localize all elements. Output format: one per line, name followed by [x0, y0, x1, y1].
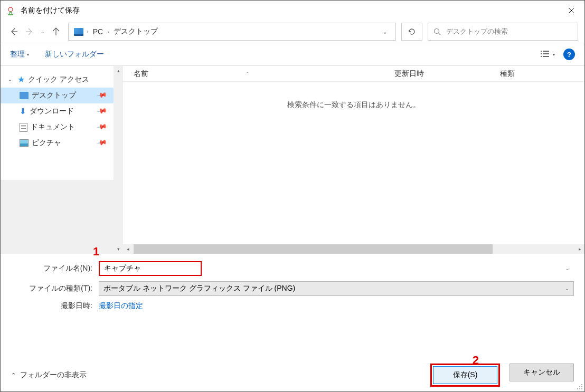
monitor-icon — [74, 28, 83, 36]
form-section: 1 ファイル名(N): ⌄ ファイルの種類(T): ポータブル ネットワーク グ… — [1, 254, 584, 311]
filetype-select[interactable]: ポータブル ネットワーク グラフィックス ファイル (PNG) ⌄ — [99, 281, 574, 296]
forward-button[interactable] — [23, 25, 36, 39]
search-input[interactable]: デスクトップの検索 — [428, 23, 578, 41]
chevron-down-icon[interactable]: ⌄ — [565, 266, 570, 271]
scroll-down-icon[interactable]: ▾ — [114, 244, 123, 254]
pin-icon: 📌 — [97, 89, 110, 102]
chevron-right-icon[interactable]: › — [87, 28, 89, 35]
folder-toggle-button[interactable]: ⌃ フォルダーの非表示 — [11, 370, 87, 380]
search-placeholder: デスクトップの検索 — [446, 27, 508, 36]
pin-icon: 📌 — [97, 137, 110, 149]
save-button-highlight: 保存(S) — [430, 364, 500, 387]
svg-point-10 — [581, 386, 582, 387]
svg-point-9 — [579, 386, 580, 387]
chevron-down-icon: ▾ — [27, 52, 29, 57]
sidebar-spacer — [1, 180, 114, 254]
back-button[interactable] — [7, 25, 21, 39]
save-button[interactable]: 保存(S) — [433, 366, 497, 384]
column-headers: 名前 ⌃ 更新日時 種類 — [123, 66, 584, 82]
close-button[interactable] — [558, 1, 584, 21]
svg-rect-3 — [543, 51, 549, 52]
desktop-icon — [20, 92, 29, 99]
app-icon — [6, 6, 15, 15]
svg-point-0 — [8, 7, 13, 12]
scroll-thumb[interactable] — [134, 244, 493, 254]
main-area: ⌄ ★ クイック アクセス デスクトップ 📌 ⬇ ダウンロード 📌 ドキュメント… — [1, 66, 584, 254]
filename-input[interactable] — [99, 261, 202, 276]
content-scrollbar-h[interactable]: ◂ ▸ — [123, 244, 584, 254]
svg-point-13 — [581, 388, 582, 389]
tree-documents[interactable]: ドキュメント 📌 — [1, 119, 114, 135]
svg-rect-5 — [543, 53, 549, 54]
date-label: 撮影日時: — [11, 301, 99, 311]
document-icon — [20, 123, 27, 132]
tree-quick-access[interactable]: ⌄ ★ クイック アクセス — [1, 71, 114, 88]
annotation-1: 1 — [93, 245, 99, 259]
sidebar-scrollbar[interactable]: ▴ ▾ — [114, 66, 123, 254]
svg-rect-4 — [541, 53, 542, 54]
tree-desktop[interactable]: デスクトップ 📌 — [1, 88, 114, 103]
view-mode-button[interactable]: ▾ — [541, 50, 555, 59]
chevron-down-icon: ⌄ — [565, 286, 569, 291]
svg-rect-6 — [541, 56, 542, 57]
svg-rect-2 — [541, 51, 542, 52]
window-title: 名前を付けて保存 — [21, 6, 558, 15]
content-area: 名前 ⌃ 更新日時 種類 検索条件に一致する項目はありません。 ◂ ▸ — [123, 66, 584, 254]
chevron-right-icon[interactable]: › — [107, 28, 109, 35]
svg-point-11 — [577, 388, 578, 389]
up-button[interactable] — [49, 25, 63, 39]
organize-button[interactable]: 整理 ▾ — [10, 50, 29, 59]
sort-indicator-icon: ⌃ — [238, 71, 250, 77]
scroll-right-icon[interactable]: ▸ — [575, 244, 584, 254]
filename-label: ファイル名(N): — [11, 264, 99, 273]
annotation-2: 2 — [473, 353, 479, 367]
svg-point-8 — [581, 384, 582, 385]
pictures-icon — [20, 139, 29, 147]
column-date[interactable]: 更新日時 — [394, 69, 500, 79]
svg-point-1 — [435, 29, 439, 34]
address-dropdown-icon[interactable]: ⌄ — [380, 29, 390, 35]
navbar: ⌄ › PC › デスクトップ ⌄ デスクトップの検索 — [1, 21, 584, 43]
pin-icon: 📌 — [97, 121, 110, 133]
breadcrumb-pc[interactable]: PC — [93, 27, 103, 36]
resize-grip-icon[interactable] — [576, 383, 583, 390]
titlebar: 名前を付けて保存 — [1, 1, 584, 21]
scroll-up-icon[interactable]: ▴ — [114, 66, 123, 75]
footer: ⌃ フォルダーの非表示 2 保存(S) キャンセル — [1, 359, 584, 391]
chevron-down-icon: ▾ — [553, 52, 555, 57]
chevron-down-icon[interactable]: ⌄ — [8, 77, 14, 82]
svg-rect-7 — [543, 56, 549, 57]
star-icon: ★ — [17, 74, 25, 84]
sidebar: ⌄ ★ クイック アクセス デスクトップ 📌 ⬇ ダウンロード 📌 ドキュメント… — [1, 66, 114, 254]
svg-point-12 — [579, 388, 580, 389]
pin-icon: 📌 — [97, 105, 110, 118]
cancel-button[interactable]: キャンセル — [509, 364, 574, 381]
help-button[interactable]: ? — [563, 49, 575, 60]
filetype-label: ファイルの種類(T): — [11, 284, 99, 293]
toolbar: 整理 ▾ 新しいフォルダー ▾ ? — [1, 43, 584, 66]
download-icon: ⬇ — [20, 107, 26, 116]
tree-downloads[interactable]: ⬇ ダウンロード 📌 — [1, 103, 114, 119]
scroll-left-icon[interactable]: ◂ — [123, 244, 133, 254]
tree-pictures[interactable]: ピクチャ 📌 — [1, 135, 114, 151]
chevron-up-icon: ⌃ — [11, 372, 16, 379]
search-icon — [433, 28, 441, 35]
date-specify-link[interactable]: 撮影日の指定 — [99, 301, 143, 311]
breadcrumb-desktop[interactable]: デスクトップ — [114, 27, 158, 36]
empty-message: 検索条件に一致する項目はありません。 — [123, 82, 584, 128]
refresh-button[interactable] — [401, 23, 422, 41]
new-folder-button[interactable]: 新しいフォルダー — [45, 50, 104, 59]
column-type[interactable]: 種類 — [500, 69, 574, 79]
address-bar[interactable]: › PC › デスクトップ ⌄ — [68, 23, 396, 41]
column-name[interactable]: 名前 ⌃ — [134, 69, 394, 79]
history-dropdown-icon[interactable]: ⌄ — [39, 29, 47, 34]
